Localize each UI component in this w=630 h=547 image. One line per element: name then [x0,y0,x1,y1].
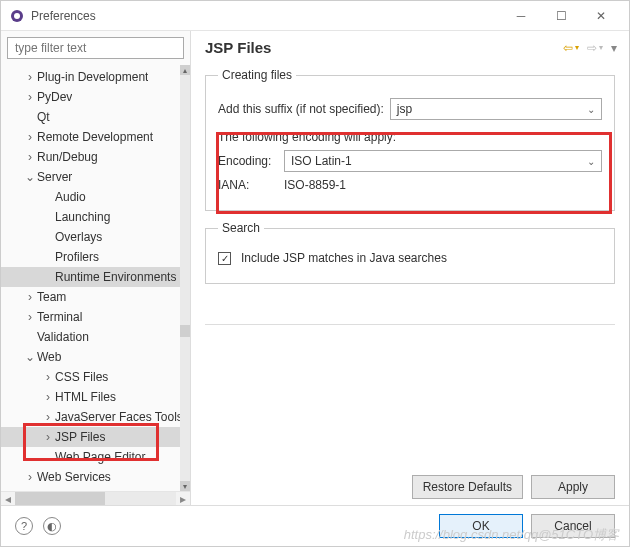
expand-icon[interactable]: › [23,70,37,84]
close-button[interactable]: ✕ [581,2,621,30]
filter-input-wrapper[interactable] [7,37,184,59]
titlebar: Preferences ─ ☐ ✕ [1,1,629,31]
maximize-button[interactable]: ☐ [541,2,581,30]
tree-item-label: Plug-in Development [37,70,148,84]
tree-item-jsp-files[interactable]: ›JSP Files [1,427,190,447]
preferences-tree: ›Plug-in Development›PyDevQt›Remote Deve… [1,65,190,491]
forward-button[interactable]: ⇨ ▾ [587,41,603,55]
encoding-label: Encoding: [218,154,278,168]
scroll-up-icon[interactable]: ▴ [180,65,190,75]
expand-icon[interactable]: › [23,310,37,324]
back-button[interactable]: ⇦ ▾ [563,41,579,55]
iana-value: ISO-8859-1 [284,178,346,192]
tree-item-label: JSP Files [55,430,105,444]
suffix-value: jsp [397,102,412,116]
tree-item-label: Terminal [37,310,82,324]
tree-item-plug-in-development[interactable]: ›Plug-in Development [1,67,190,87]
expand-icon[interactable]: › [23,90,37,104]
menu-button[interactable]: ▾ [611,41,617,55]
tree-item-label: Qt [37,110,50,124]
expand-icon[interactable]: › [41,430,55,444]
minimize-button[interactable]: ─ [501,2,541,30]
tree-item-run-debug[interactable]: ›Run/Debug [1,147,190,167]
tree-item-qt[interactable]: Qt [1,107,190,127]
search-group: Search ✓ Include JSP matches in Java sea… [205,221,615,284]
tree-item-label: Run/Debug [37,150,98,164]
tree-item-remote-development[interactable]: ›Remote Development [1,127,190,147]
tree-item-label: Audio [55,190,86,204]
tree-item-pydev[interactable]: ›PyDev [1,87,190,107]
tree-item-label: Server [37,170,72,184]
encoding-value: ISO Latin-1 [291,154,352,168]
creating-files-legend: Creating files [218,68,296,82]
tree-item-web-services[interactable]: ›Web Services [1,467,190,487]
separator [205,324,615,325]
app-icon [9,8,25,24]
expand-icon[interactable]: › [23,290,37,304]
scroll-left-icon[interactable]: ◂ [1,492,15,505]
collapse-icon[interactable]: ⌄ [23,350,37,364]
tree-item-label: Web [37,350,61,364]
suffix-label: Add this suffix (if not specified): [218,102,384,116]
tree-item-web[interactable]: ⌄Web [1,347,190,367]
cancel-button[interactable]: Cancel [531,514,615,538]
tree-item-css-files[interactable]: ›CSS Files [1,367,190,387]
tree-item-runtime-environments[interactable]: Runtime Environments [1,267,190,287]
tree-scrollbar[interactable] [180,65,190,491]
hscroll-thumb[interactable] [15,492,105,505]
apply-button[interactable]: Apply [531,475,615,499]
apply-label: Apply [558,480,588,494]
check-icon: ✓ [221,253,229,264]
tree-item-label: CSS Files [55,370,108,384]
tree-item-label: Web Services [37,470,111,484]
filter-input[interactable] [13,38,178,58]
tree-item-web-page-editor[interactable]: Web Page Editor [1,447,190,467]
cancel-label: Cancel [554,519,591,533]
search-legend: Search [218,221,264,235]
chevron-down-icon: ⌄ [587,156,595,167]
include-jsp-checkbox[interactable]: ✓ [218,252,231,265]
tree-item-terminal[interactable]: ›Terminal [1,307,190,327]
tree-item-launching[interactable]: Launching [1,207,190,227]
expand-icon[interactable]: › [23,150,37,164]
import-export-button[interactable]: ◐ [43,517,61,535]
restore-defaults-button[interactable]: Restore Defaults [412,475,523,499]
scroll-thumb[interactable] [180,325,190,337]
encoding-select[interactable]: ISO Latin-1 ⌄ [284,150,602,172]
tree-item-label: Remote Development [37,130,153,144]
page-body: Creating files Add this suffix (if not s… [191,62,629,465]
tree-item-javaserver-faces-tools[interactable]: ›JavaServer Faces Tools [1,407,190,427]
expand-icon[interactable]: › [41,370,55,384]
dialog-footer: ? ◐ OK Cancel https://blog.csdn.net/qq@5… [1,505,629,546]
iana-label: IANA: [218,178,278,192]
tree-item-html-files[interactable]: ›HTML Files [1,387,190,407]
ok-label: OK [472,519,489,533]
tree-item-team[interactable]: ›Team [1,287,190,307]
page-button-bar: Restore Defaults Apply [191,465,629,505]
page-title: JSP Files [205,39,563,56]
tree-item-label: Launching [55,210,110,224]
expand-icon[interactable]: › [41,410,55,424]
tree-item-label: Validation [37,330,89,344]
tree-item-server[interactable]: ⌄Server [1,167,190,187]
restore-label: Restore Defaults [423,480,512,494]
help-button[interactable]: ? [15,517,33,535]
tree-item-label: HTML Files [55,390,116,404]
tree-item-overlays[interactable]: Overlays [1,227,190,247]
scroll-right-icon[interactable]: ▸ [176,492,190,505]
expand-icon[interactable]: › [23,130,37,144]
svg-point-1 [14,13,20,19]
collapse-icon[interactable]: ⌄ [23,170,37,184]
tree-item-label: JavaServer Faces Tools [55,410,183,424]
expand-icon[interactable]: › [41,390,55,404]
include-jsp-label: Include JSP matches in Java searches [241,251,447,265]
suffix-select[interactable]: jsp ⌄ [390,98,602,120]
tree-hscrollbar[interactable]: ◂ ▸ [1,491,190,505]
tree-item-profilers[interactable]: Profilers [1,247,190,267]
tree-item-validation[interactable]: Validation [1,327,190,347]
scroll-down-icon[interactable]: ▾ [180,481,190,491]
expand-icon[interactable]: › [23,470,37,484]
tree-item-audio[interactable]: Audio [1,187,190,207]
tree-item-label: Runtime Environments [55,270,176,284]
ok-button[interactable]: OK [439,514,523,538]
